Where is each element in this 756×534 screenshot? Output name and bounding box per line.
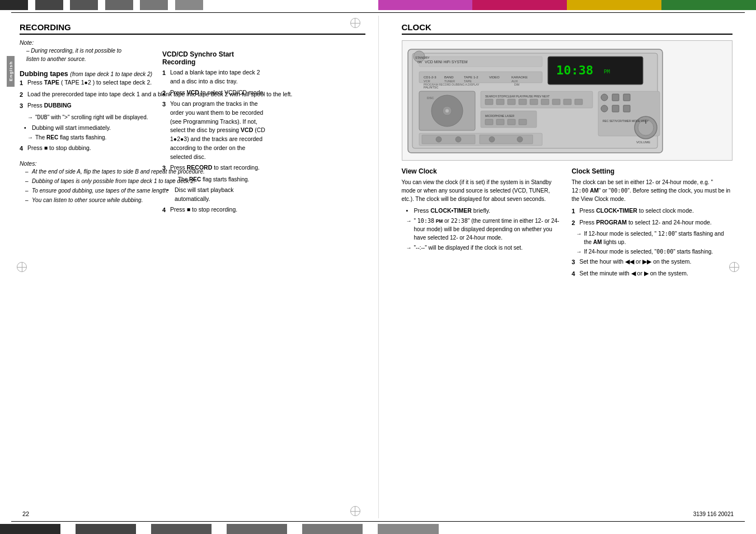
svg-point-57 <box>436 137 442 142</box>
cs-step-2-arrow1: → If 12-hour mode is selected, " 12:00" … <box>576 229 730 246</box>
page-number: 22 <box>22 510 29 517</box>
clock-setting-steps-2: 3 Set the hour with ◀◀ or ▶▶ on the syst… <box>571 257 730 278</box>
view-clock-body: You can view the clock (if it is set) if… <box>402 178 561 203</box>
vcd-panel: VCD/CD Synchro Start Recording 1 Load a … <box>157 50 274 217</box>
svg-text:PALINTSC: PALINTSC <box>424 86 439 89</box>
svg-text:KARAOKE: KARAOKE <box>511 76 528 79</box>
svg-text:STANDBY: STANDBY <box>415 56 430 59</box>
bottom-color-bar <box>0 524 756 534</box>
svg-point-60 <box>517 137 523 142</box>
cs-step-4: 4 Set the minute with ◀ or ▶ on the syst… <box>571 269 730 279</box>
vcd-steps: 1 Load a blank tape into tape deck 2 and… <box>162 68 269 173</box>
view-clock-arrow1: → " 10:38 PM or 22:38" (the current time… <box>406 217 561 242</box>
svg-rect-41 <box>519 119 527 125</box>
svg-rect-56 <box>480 135 533 144</box>
svg-rect-38 <box>485 119 493 125</box>
vcd-step-3: 3 You can program the tracks in the orde… <box>162 100 269 161</box>
svg-text:CD1-2-3: CD1-2-3 <box>424 76 436 79</box>
svg-text:DSC: DSC <box>427 96 434 100</box>
clock-setting-col: Clock Setting The clock can be set in ei… <box>571 167 730 280</box>
svg-rect-35 <box>575 99 583 105</box>
clock-two-col: View Clock You can view the clock (if it… <box>402 167 732 280</box>
crosshair-bottom <box>350 506 360 516</box>
vcd-title: VCD/CD Synchro Start Recording <box>162 50 269 66</box>
clock-setting-title: Clock Setting <box>571 167 730 175</box>
svg-text:DIM: DIM <box>514 83 519 86</box>
clock-setting-steps: 1 Press CLOCK•TIMER to select clock mode… <box>571 207 730 227</box>
svg-rect-30 <box>519 99 527 105</box>
svg-rect-29 <box>508 99 515 105</box>
clock-setting-body: The clock can be set in either 12- or 24… <box>571 178 730 203</box>
svg-text:VOLUME: VOLUME <box>636 140 650 144</box>
svg-text:BAND: BAND <box>444 76 454 79</box>
svg-rect-47 <box>601 94 608 101</box>
svg-rect-50 <box>601 105 608 112</box>
svg-rect-31 <box>530 99 538 105</box>
cs-step-3: 3 Set the hour with ◀◀ or ▶▶ on the syst… <box>571 257 730 267</box>
view-clock-title: View Clock <box>402 167 561 175</box>
svg-point-59 <box>489 137 495 142</box>
recording-title: RECORDING <box>20 22 365 35</box>
svg-text:10:38: 10:38 <box>556 63 593 77</box>
clock-title: CLOCK <box>402 22 732 35</box>
svg-rect-55 <box>422 135 475 144</box>
english-sidebar-tab: English <box>7 56 15 87</box>
crosshair-left <box>17 262 27 272</box>
device-svg: 10:38 PM VCD MINI HiFi SYSTEM CD1-2-3 BA… <box>402 41 671 161</box>
svg-text:ON: ON <box>417 60 422 64</box>
view-clock-col: View Clock You can view the clock (if it… <box>402 167 561 280</box>
product-code: 3139 116 20021 <box>693 511 734 517</box>
device-image: 10:38 PM VCD MINI HiFi SYSTEM CD1-2-3 BA… <box>402 40 732 161</box>
svg-text:VIDEO: VIDEO <box>489 76 500 79</box>
svg-rect-34 <box>564 99 571 105</box>
crosshair-top <box>350 18 360 28</box>
top-rule <box>11 12 745 13</box>
vcd-step-4-arrow: → The REC flag starts flashing. <box>170 175 269 184</box>
svg-text:MICROPHONE  LASER: MICROPHONE LASER <box>485 114 515 118</box>
svg-rect-40 <box>508 119 515 125</box>
clock-panel: CLOCK 10:38 PM VCD MINI HiFi SYSTEM CD1-… <box>393 17 741 286</box>
svg-rect-27 <box>485 99 493 105</box>
note-label: Note: <box>20 39 365 46</box>
svg-text:VCD MINI HiFi SYSTEM: VCD MINI HiFi SYSTEM <box>425 60 468 64</box>
crosshair-right <box>729 262 739 272</box>
svg-text:SEARCH  STOP/CLEAR  PLAY/PAUSE: SEARCH STOP/CLEAR PLAY/PAUSE PREV NEXT <box>485 95 550 98</box>
top-bar-right <box>378 0 757 10</box>
svg-rect-48 <box>612 94 619 101</box>
svg-rect-32 <box>541 99 549 105</box>
dubbing-subtitle: (from tape deck 1 to tape deck 2) <box>70 71 152 77</box>
vcd-step-5: 4 Press ■ to stop recording. <box>162 205 269 215</box>
svg-rect-33 <box>552 99 560 105</box>
svg-rect-49 <box>623 94 630 101</box>
vcd-bullet-1: • Disc will start playback automatically… <box>167 186 269 204</box>
vcd-step-1: 1 Load a blank tape into tape deck 2 and… <box>162 68 269 86</box>
svg-rect-51 <box>612 105 619 112</box>
svg-text:TAPE 1-2: TAPE 1-2 <box>464 76 478 79</box>
cs-step-2-arrow2: → If 24-hour mode is selected, "00:00" s… <box>576 247 730 256</box>
svg-point-58 <box>456 137 461 142</box>
bottom-rule <box>11 521 745 522</box>
vcd-step-4: 3 Press RECORD to start recording. <box>162 163 269 173</box>
svg-rect-28 <box>496 99 504 105</box>
view-clock-bullet: • Press CLOCK•TIMER briefly. <box>406 207 561 216</box>
cs-step-2: 2 Press PROGRAM to select 12- and 24-hou… <box>571 218 730 228</box>
center-divider <box>378 16 379 518</box>
svg-text:PM: PM <box>604 69 610 74</box>
svg-text:REC  SET/VCR/TIMER MODE  WKLY: REC SET/VCR/TIMER MODE WKLY <box>603 119 649 123</box>
top-color-bar <box>0 0 756 10</box>
vcd-step-2: 2 Press VCD to select VCD/CD mode. <box>162 88 269 98</box>
svg-point-23 <box>445 109 449 113</box>
svg-rect-39 <box>496 119 504 125</box>
cs-step-1: 1 Press CLOCK•TIMER to select clock mode… <box>571 207 730 216</box>
top-bar-left <box>0 0 378 10</box>
view-clock-arrow2: → "--:--" will be displayed if the clock… <box>406 243 561 252</box>
svg-rect-52 <box>623 105 630 112</box>
